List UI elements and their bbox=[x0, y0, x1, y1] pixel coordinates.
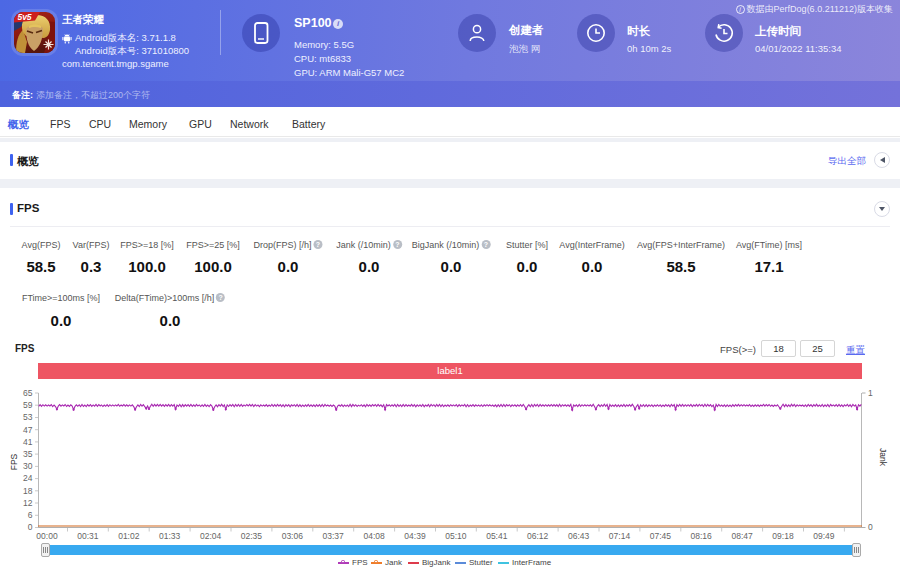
svg-text:02:35: 02:35 bbox=[241, 531, 263, 541]
svg-text:05:41: 05:41 bbox=[486, 531, 508, 541]
svg-text:30: 30 bbox=[23, 461, 33, 471]
svg-text:FPS: FPS bbox=[9, 453, 19, 470]
svg-text:65: 65 bbox=[23, 388, 33, 398]
svg-text:01:33: 01:33 bbox=[159, 531, 181, 541]
svg-text:18: 18 bbox=[23, 486, 33, 496]
svg-text:Jank: Jank bbox=[878, 448, 888, 467]
svg-text:0: 0 bbox=[868, 522, 873, 532]
svg-text:06:43: 06:43 bbox=[568, 531, 590, 541]
svg-text:01:02: 01:02 bbox=[118, 531, 140, 541]
svg-text:00:00: 00:00 bbox=[36, 531, 58, 541]
svg-text:02:04: 02:04 bbox=[200, 531, 222, 541]
svg-text:0: 0 bbox=[28, 522, 33, 532]
svg-text:6: 6 bbox=[28, 510, 33, 520]
svg-text:07:45: 07:45 bbox=[650, 531, 672, 541]
svg-text:09:18: 09:18 bbox=[772, 531, 794, 541]
svg-text:35: 35 bbox=[23, 449, 33, 459]
svg-text:07:14: 07:14 bbox=[609, 531, 631, 541]
svg-text:06:12: 06:12 bbox=[527, 531, 549, 541]
svg-text:04:08: 04:08 bbox=[363, 531, 385, 541]
svg-text:03:06: 03:06 bbox=[282, 531, 304, 541]
svg-text:09:49: 09:49 bbox=[813, 531, 835, 541]
svg-text:00:31: 00:31 bbox=[77, 531, 99, 541]
svg-text:05:10: 05:10 bbox=[445, 531, 467, 541]
svg-text:08:16: 08:16 bbox=[691, 531, 713, 541]
svg-text:12: 12 bbox=[23, 498, 33, 508]
svg-text:59: 59 bbox=[23, 400, 33, 410]
svg-text:5v5: 5v5 bbox=[17, 12, 31, 22]
svg-text:08:47: 08:47 bbox=[731, 531, 753, 541]
svg-text:47: 47 bbox=[23, 425, 33, 435]
svg-text:53: 53 bbox=[23, 412, 33, 422]
svg-text:03:37: 03:37 bbox=[323, 531, 345, 541]
svg-text:1: 1 bbox=[868, 388, 873, 398]
svg-text:41: 41 bbox=[23, 437, 33, 447]
svg-text:04:39: 04:39 bbox=[404, 531, 426, 541]
svg-text:24: 24 bbox=[23, 473, 33, 483]
